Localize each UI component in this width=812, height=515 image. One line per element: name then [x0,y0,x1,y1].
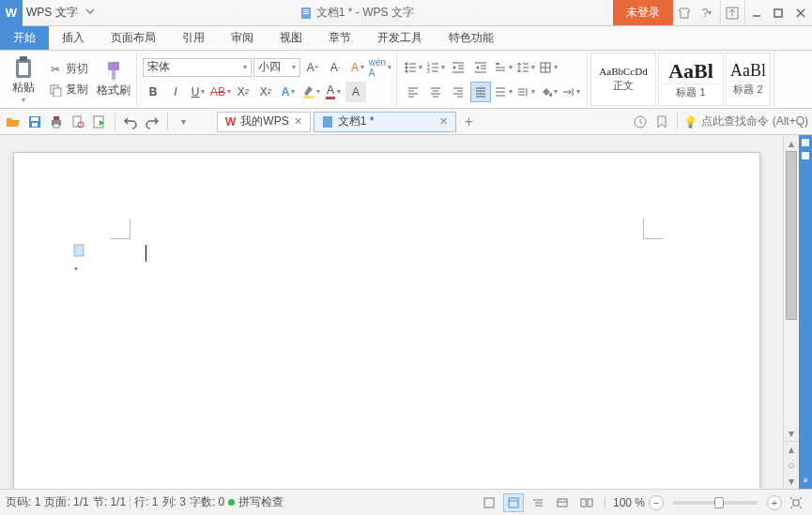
skin-icon[interactable] [673,0,696,25]
prev-page-button[interactable]: ▴ [784,441,799,457]
redo-button[interactable] [143,113,161,131]
status-page-no[interactable]: 页码: 1 [6,494,40,510]
command-search[interactable]: 💡 点此查找命令 (Alt+Q) [683,114,808,129]
copy-button[interactable]: 复制 [45,80,91,99]
side-panel-item[interactable] [802,139,809,146]
status-words[interactable]: 字数: 0 [190,494,224,510]
view-web-layout-button[interactable] [552,493,573,512]
style-heading2[interactable]: AaBl 标题 2 [726,53,771,106]
shading-button[interactable] [538,82,559,102]
line-spacing-button[interactable] [515,57,536,78]
zoom-slider-knob[interactable] [714,497,724,508]
tab-developer[interactable]: 开发工具 [364,26,436,50]
paragraph-spacing-button[interactable] [515,82,536,102]
side-panel[interactable]: » [799,135,812,489]
side-panel-collapse-icon[interactable]: » [803,475,808,485]
grow-font-button[interactable]: A+ [302,57,323,78]
paste-button[interactable]: 粘贴▾ [6,53,41,106]
status-col[interactable]: 列: 3 [162,494,186,510]
font-size-select[interactable]: 小四▾ [253,58,300,77]
format-painter-button[interactable]: 格式刷 [97,60,130,98]
font-color-button[interactable]: A [323,82,344,102]
page-viewport[interactable] [0,135,783,489]
scroll-track[interactable] [784,151,799,425]
increase-indent-button[interactable] [470,57,491,78]
minimize-button[interactable] [744,0,767,25]
subscript-button[interactable]: X2 [255,82,276,102]
numbering-button[interactable]: 123 [425,57,446,78]
zoom-slider[interactable] [673,501,758,505]
login-button[interactable]: 未登录 [613,0,673,25]
upload-icon[interactable] [720,0,743,25]
zoom-in-button[interactable]: + [767,495,782,510]
distribute-button[interactable] [493,82,513,102]
zoom-out-button[interactable]: − [649,495,664,510]
close-tab-icon[interactable]: ✕ [439,115,448,128]
status-page[interactable]: 页面: 1/1 [44,494,88,510]
tab-page-layout[interactable]: 页面布局 [98,26,169,50]
view-reading-button[interactable] [576,493,597,512]
phonetic-guide-button[interactable]: wénA [370,57,391,78]
page-options-button[interactable] [72,243,89,260]
tab-insert[interactable]: 插入 [49,26,98,50]
help-icon[interactable]: ?▾ [696,0,718,25]
tab-view[interactable]: 视图 [267,26,315,50]
view-outline-button[interactable] [528,493,548,512]
font-family-select[interactable]: 宋体▾ [143,58,252,77]
tab-references[interactable]: 引用 [169,26,218,50]
align-left-button[interactable] [403,82,423,102]
maximize-button[interactable] [767,0,789,25]
open-button[interactable] [4,113,23,131]
align-right-button[interactable] [448,82,468,102]
vertical-scrollbar[interactable]: ▴ ▾ ▴ ○ ▾ [783,135,799,489]
status-row[interactable]: 行: 1 [134,494,158,510]
text-direction-button[interactable] [493,57,513,78]
status-section[interactable]: 节: 1/1 [93,494,126,510]
cut-button[interactable]: ✂剪切 [45,59,91,79]
text-effects-button[interactable]: A [278,82,299,102]
home-tab[interactable]: W 我的WPS ✕ [217,112,311,132]
tab-section[interactable]: 章节 [315,26,364,50]
tab-review[interactable]: 审阅 [218,26,267,50]
close-tab-icon[interactable]: ✕ [294,115,302,128]
scroll-down-button[interactable]: ▾ [784,425,799,441]
italic-button[interactable]: I [165,82,186,102]
align-center-button[interactable] [425,82,446,102]
tab-start[interactable]: 开始 [0,26,49,50]
borders-button[interactable] [538,57,559,78]
superscript-button[interactable]: X2 [233,82,253,102]
tab-features[interactable]: 特色功能 [436,26,507,50]
app-menu-dropdown[interactable] [85,6,100,21]
side-panel-item[interactable] [802,152,809,159]
qat-customize-button[interactable]: ▾ [174,113,192,131]
style-heading1[interactable]: AaBl 标题 1 [658,53,724,106]
bold-button[interactable]: B [143,82,163,102]
tabs-button[interactable] [560,82,581,102]
new-tab-button[interactable]: + [459,113,478,131]
browse-object-button[interactable]: ○ [784,457,799,473]
bookmark-icon[interactable] [652,113,671,131]
page[interactable] [13,152,760,489]
char-shading-button[interactable]: A [345,82,366,102]
strikethrough-button[interactable]: AB [210,82,231,102]
assistant-icon[interactable] [631,113,650,131]
scroll-up-button[interactable]: ▴ [784,135,799,151]
decrease-indent-button[interactable] [448,57,468,78]
view-fullscreen-button[interactable] [479,493,499,512]
view-print-layout-button[interactable] [503,493,524,512]
print-preview-button[interactable] [69,113,87,131]
scroll-thumb[interactable] [786,151,797,320]
close-button[interactable] [789,0,812,25]
next-page-button[interactable]: ▾ [784,473,799,489]
align-justify-button[interactable] [470,82,491,102]
bullets-button[interactable] [403,57,423,78]
fit-page-button[interactable] [786,493,806,512]
zoom-level[interactable]: 100 % [613,496,645,509]
save-button[interactable] [25,113,44,131]
undo-button[interactable] [121,113,140,131]
export-pdf-button[interactable] [90,113,109,131]
underline-button[interactable]: U [188,82,208,102]
print-button[interactable] [47,113,66,131]
status-spellcheck[interactable]: 拼写检查 [238,494,283,510]
change-case-button[interactable]: A [347,57,368,78]
